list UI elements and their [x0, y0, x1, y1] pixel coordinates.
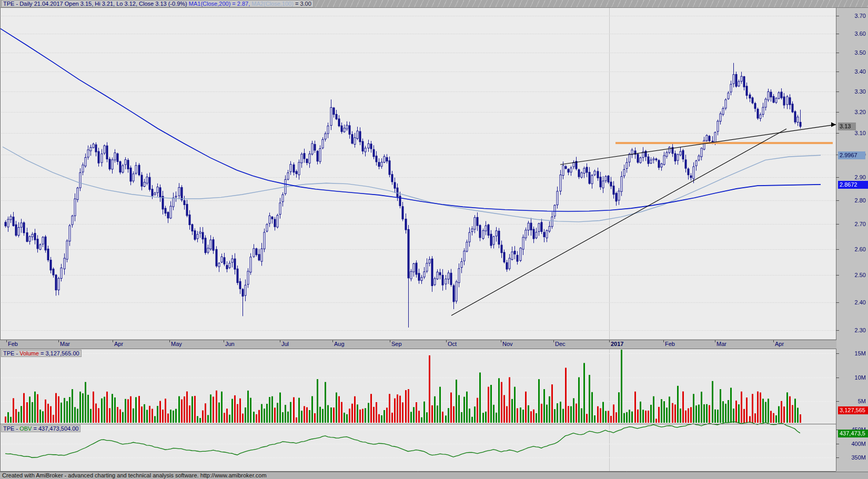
title-segment: = 3.00	[294, 1, 311, 7]
month-label: Feb	[8, 341, 18, 347]
price-axis-label: 2.40	[840, 299, 866, 306]
y-axis-tick	[836, 353, 839, 354]
month-tick	[280, 340, 280, 342]
title-segment: = 3,127,565.00	[39, 350, 79, 356]
month-tick	[113, 340, 113, 342]
y-axis-tick	[836, 275, 839, 276]
price-axis-label: 3.40	[840, 68, 866, 75]
month-label: Sep	[391, 341, 402, 347]
last-price-flag: 3.13	[838, 123, 856, 130]
month-tick	[609, 340, 610, 342]
title-segment: TPE -	[3, 350, 19, 356]
volume-axis-label: 15M	[840, 350, 866, 357]
month-label: 2017	[611, 341, 623, 347]
month-label: Jul	[281, 341, 289, 347]
y-axis-tick	[836, 330, 839, 331]
title-segment: OBV	[19, 425, 32, 432]
price-axis-label: 2.30	[840, 327, 866, 334]
month-tick	[390, 340, 390, 342]
y-axis-tick	[836, 457, 839, 458]
y-axis-tick	[836, 249, 839, 250]
amibroker-window: TPE - Daily 21.04.2017 Open 3.15, Hi 3.2…	[0, 0, 868, 479]
title-segment: TPE - Daily 21.04.2017 Open 3.15, Hi 3.2…	[3, 1, 189, 7]
volume-axis-label: 5M	[840, 398, 866, 405]
month-label: Oct	[448, 341, 457, 347]
y-axis-tick	[836, 177, 839, 178]
month-label: Mar	[716, 341, 726, 347]
flag-text: 2.8672	[840, 181, 857, 188]
month-axis-strip: FebMarAprMayJunJulAugSepOctNovDec2017Feb…	[0, 340, 836, 349]
month-tick	[715, 340, 715, 342]
month-label: May	[171, 341, 182, 347]
y-axis-tick	[836, 444, 839, 444]
obv-axis-label: 400M	[840, 440, 866, 447]
y-axis-tick	[836, 378, 839, 378]
y-axis-tick	[836, 53, 839, 53]
title-segment: MA2(Close,100)	[251, 1, 293, 7]
month-tick	[169, 340, 170, 342]
main-title-bar: TPE - Daily 21.04.2017 Open 3.15, Hi 3.2…	[0, 0, 868, 8]
month-label: Apr	[114, 341, 123, 347]
title-segment: Volume	[19, 350, 39, 356]
month-tick	[773, 340, 774, 342]
price-axis-label: 2.70	[840, 220, 866, 228]
month-label: Aug	[334, 341, 345, 347]
volume-value-flag: 3,127,565	[838, 406, 868, 414]
y-axis-tick	[836, 91, 839, 92]
month-tick	[58, 340, 59, 342]
price-axis-label: 2.90	[840, 174, 866, 181]
volume-axis-label: 10M	[840, 374, 866, 381]
price-axis-label: 2.80	[840, 197, 866, 204]
y-axis-tick	[836, 401, 839, 402]
ma2-value-flag: 2.9967	[838, 151, 865, 159]
title-segment: TPE -	[3, 425, 19, 432]
title-segment: = 437,473,504.00	[32, 425, 78, 432]
y-axis-tick	[836, 112, 839, 113]
flag-text: 3.13	[840, 123, 851, 129]
y-axis-tick	[836, 34, 839, 34]
price-axis-label: 2.60	[840, 246, 866, 253]
month-tick	[501, 340, 501, 342]
month-tick	[553, 340, 554, 342]
footer-credit: Created with AmiBroker - advanced charti…	[0, 472, 868, 479]
price-axis-label: 3.60	[840, 30, 866, 37]
month-label: Feb	[665, 341, 675, 347]
month-tick	[224, 340, 224, 342]
y-axis-tick	[836, 302, 839, 303]
flag-text: 2.9967	[840, 152, 857, 158]
price-axis-label: 3.20	[840, 108, 866, 116]
month-label: Dec	[555, 341, 566, 347]
price-axis-label: 3.70	[840, 12, 866, 19]
obv-title-chip[interactable]: TPE - OBV = 437,473,504.00	[1, 425, 80, 432]
y-axis-tick	[836, 16, 839, 16]
month-tick	[6, 340, 7, 342]
price-axis-label: 3.50	[840, 49, 866, 56]
month-tick	[446, 340, 447, 342]
obv-axis-label: 350M	[840, 454, 866, 461]
month-tick	[663, 340, 664, 342]
price-axis-label: 3.30	[840, 88, 866, 95]
volume-title-chip[interactable]: TPE - Volume = 3,127,565.00	[1, 350, 82, 357]
flag-text: 437,473,5	[840, 430, 865, 436]
ma1-value-flag: 2.8672	[838, 181, 868, 189]
title-segment: MA1(Close,200) = 2.87,	[189, 1, 250, 7]
obv-value-flag: 437,473,5	[838, 430, 868, 437]
y-axis-tick	[836, 200, 839, 201]
month-label: Mar	[60, 341, 70, 347]
chart-canvas[interactable]	[0, 0, 868, 479]
y-axis-tick	[836, 133, 839, 134]
month-label: Apr	[775, 341, 784, 347]
y-axis-tick	[836, 72, 839, 72]
price-axis-label: 2.50	[840, 271, 866, 279]
y-axis-tick	[836, 224, 839, 225]
month-label: Jun	[225, 341, 235, 347]
month-tick	[332, 340, 333, 342]
month-label: Nov	[502, 341, 513, 347]
flag-text: 3,127,565	[840, 407, 865, 413]
main-title-chip[interactable]: TPE - Daily 21.04.2017 Open 3.15, Hi 3.2…	[1, 0, 314, 7]
